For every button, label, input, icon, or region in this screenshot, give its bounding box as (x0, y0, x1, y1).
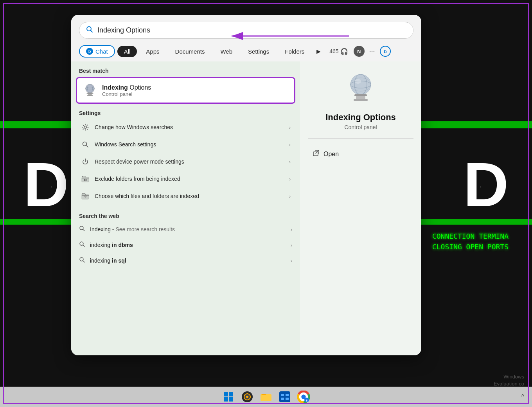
svg-rect-34 (224, 392, 228, 396)
tab-apps-label: Apps (146, 48, 159, 55)
svg-text:8: 8 (306, 399, 308, 402)
svg-rect-46 (286, 398, 289, 400)
tab-chat[interactable]: b Chat (79, 45, 115, 58)
svg-rect-44 (286, 394, 289, 396)
indexing-options-icon-small (83, 83, 97, 98)
taskbar-app-4[interactable]: 8 (296, 389, 311, 405)
svg-line-20 (83, 229, 85, 231)
best-match-text: Indexing Options Control panel (102, 84, 151, 97)
open-button[interactable]: Open (308, 146, 343, 162)
tab-chat-label: Chat (95, 48, 108, 55)
tab-web[interactable]: Web (214, 46, 239, 57)
settings-section-label: Settings (76, 110, 295, 119)
list-item-change-search[interactable]: Change how Windows searches › (76, 119, 295, 136)
change-search-label: Change how Windows searches (95, 124, 284, 130)
detail-divider (308, 138, 413, 139)
svg-rect-32 (354, 99, 368, 101)
svg-point-10 (84, 126, 86, 128)
web-indexing-suffix: - See more search results (112, 226, 175, 232)
web-item-dbms[interactable]: indexing in dbms › (71, 237, 300, 253)
svg-rect-9 (87, 95, 93, 96)
windows-search-label: Windows Search settings (95, 141, 284, 148)
user-avatar[interactable]: N (354, 46, 365, 57)
tab-apps[interactable]: Apps (139, 46, 166, 57)
app-detail-subtitle: Control panel (344, 124, 377, 130)
bg-dots-left: · (51, 184, 52, 189)
start-button[interactable] (221, 389, 236, 405)
svg-rect-31 (356, 96, 365, 99)
terminal-text: CONNECTION TERMINA CLOSING OPEN PORTS (432, 231, 509, 252)
chevron-right-icon: › (289, 142, 291, 148)
taskbar-chevron[interactable]: ^ (521, 393, 524, 400)
svg-rect-43 (281, 394, 284, 396)
taskbar-app-1[interactable] (239, 389, 255, 405)
web-item-indexing[interactable]: Indexing - See more search results › (71, 222, 300, 237)
chevron-right-icon: › (291, 258, 292, 264)
list-item-exclude-folders[interactable]: Exclude folders from being indexed › (76, 170, 295, 187)
svg-rect-35 (229, 392, 233, 396)
open-external-icon (313, 149, 320, 158)
chat-icon: b (86, 48, 93, 55)
tab-all-label: All (124, 48, 131, 55)
exclude-folders-label: Exclude folders from being indexed (95, 176, 284, 182)
list-item-windows-search[interactable]: Windows Search settings › (76, 136, 295, 153)
svg-rect-36 (224, 397, 228, 402)
best-match-item[interactable]: Indexing Options Control panel (76, 77, 295, 104)
open-label: Open (324, 151, 339, 158)
svg-line-12 (86, 145, 88, 147)
tab-all[interactable]: All (117, 46, 137, 57)
taskbar-app-2[interactable] (258, 389, 274, 405)
more-button[interactable]: ··· (367, 46, 377, 57)
web-search-icon-3 (79, 257, 85, 265)
right-panel: Indexing Options Control panel Open (300, 61, 421, 355)
headphone-icon: 🎧 (340, 48, 348, 55)
tab-web-label: Web (220, 48, 232, 55)
svg-point-4 (86, 84, 95, 93)
gear-icon (81, 122, 90, 132)
svg-line-24 (83, 261, 85, 263)
section-divider (76, 208, 295, 208)
svg-rect-8 (88, 94, 92, 95)
left-panel: Best match Indexin (71, 61, 300, 355)
main-content: Best match Indexin (71, 61, 421, 355)
power-icon (81, 157, 90, 166)
chevron-right-icon: › (289, 159, 291, 165)
svg-line-22 (83, 245, 85, 247)
web-search-icon-2 (79, 241, 85, 249)
chevron-right-icon: › (291, 227, 292, 232)
taskbar-app-3[interactable] (277, 389, 293, 405)
search-bar[interactable]: Indexing Options (79, 22, 413, 39)
svg-point-25 (350, 74, 371, 95)
svg-rect-37 (229, 397, 233, 402)
choose-folder-icon (81, 191, 90, 201)
choose-files-label: Choose which files and folders are index… (95, 193, 284, 199)
tab-documents[interactable]: Documents (169, 46, 212, 57)
tab-settings[interactable]: Settings (241, 46, 276, 57)
taskbar: 8 ^ (0, 387, 532, 407)
svg-rect-42 (279, 391, 290, 402)
list-item-choose-files[interactable]: Choose which files and folders are index… (76, 187, 295, 205)
svg-point-29 (355, 79, 361, 84)
play-button[interactable]: ▶ (313, 47, 324, 56)
svg-rect-45 (281, 398, 284, 400)
search-small-icon (81, 140, 90, 149)
search-icon (86, 25, 93, 35)
filter-tabs: b Chat All Apps Documents Web Settings F… (71, 43, 421, 61)
svg-line-1 (91, 31, 93, 32)
web-search-icon-1 (79, 225, 85, 233)
web-item-sql[interactable]: indexing in sql › (71, 253, 300, 268)
exclude-folder-icon (81, 174, 90, 184)
tab-folders[interactable]: Folders (278, 46, 311, 57)
tab-folders-label: Folders (285, 48, 304, 55)
power-mode-label: Respect device power mode settings (95, 158, 284, 165)
settings-section: Settings Change how Windows searches › (71, 110, 300, 205)
tab-documents-label: Documents (175, 48, 205, 55)
bg-letter-right: D (463, 149, 509, 221)
windows-eval-text: Windows Evaluation co (494, 373, 524, 387)
search-input[interactable]: Indexing Options (97, 26, 407, 34)
tab-count: 465 🎧 (326, 46, 351, 57)
indexing-options-icon-large (343, 71, 378, 106)
list-item-power-mode[interactable]: Respect device power mode settings › (76, 153, 295, 170)
web-sql-label: indexing in sql (90, 258, 286, 264)
bing-icon[interactable]: b (380, 46, 391, 57)
